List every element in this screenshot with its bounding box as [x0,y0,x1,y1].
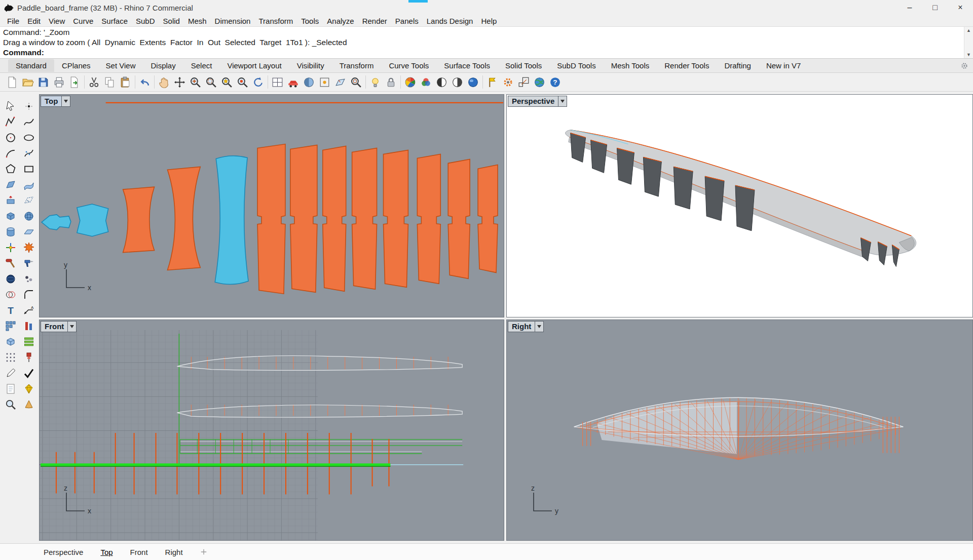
menu-surface[interactable]: Surface [97,17,132,25]
scroll-up-icon[interactable]: ▲ [966,27,971,34]
pen-tool-icon[interactable] [2,366,19,381]
gem-tool-icon[interactable] [20,381,38,396]
toolbar-tab-mesh-tools[interactable]: Mesh Tools [604,59,657,72]
new-file-icon[interactable] [4,74,20,90]
zoom-dynamic-icon[interactable] [188,74,203,90]
viewport-perspective[interactable]: Perspective [506,94,973,317]
gumball-tool-icon[interactable] [2,240,19,255]
ellipse-tool-icon[interactable] [20,130,38,145]
menu-file[interactable]: File [3,17,23,25]
viewport-tab-perspective[interactable]: Perspective [44,548,83,556]
new-viewport-tab-icon[interactable] [200,548,207,555]
viewport-title[interactable]: Front [41,321,68,332]
toolbar-tab-visibility[interactable]: Visibility [289,59,332,72]
perspective-viewport-canvas[interactable] [507,95,972,317]
point-cloud-tool-icon[interactable] [20,271,38,287]
lightbulb-icon[interactable] [367,74,383,90]
menu-subd[interactable]: SubD [132,17,159,25]
viewport-menu-arrow-icon[interactable] [68,321,77,332]
hammer-tool-icon[interactable] [2,256,19,271]
curve-handles-tool-icon[interactable] [20,146,38,161]
toolbar-tab-render-tools[interactable]: Render Tools [657,59,717,72]
viewport-tab-top[interactable]: Top [100,548,113,556]
magnify-tool-icon[interactable] [2,397,19,412]
viewport-tab-right[interactable]: Right [165,548,183,556]
render-icon[interactable] [402,74,418,90]
viewport-right[interactable]: Right zy [506,319,973,541]
paste-icon[interactable] [118,74,133,90]
viewport-menu-arrow-icon[interactable] [558,96,567,107]
options-gear-icon[interactable] [500,74,516,90]
viewport-tab-front[interactable]: Front [130,548,148,556]
toolbar-tab-curve-tools[interactable]: Curve Tools [381,59,436,72]
viewport-layout-icon[interactable] [270,74,285,90]
zoom-target-icon[interactable] [235,74,250,90]
box-tool-icon[interactable] [2,209,19,224]
curve-boolean-tool-icon[interactable] [2,287,19,302]
curve-interpolate-tool-icon[interactable] [20,114,38,130]
sphere-tool-icon[interactable] [20,209,38,224]
menu-view[interactable]: View [45,17,69,25]
toolbar-tab-display[interactable]: Display [143,59,183,72]
viewport-front[interactable]: Front zx [39,319,504,541]
viewport-title[interactable]: Right [508,321,535,332]
cylinder-tool-icon[interactable] [2,224,19,239]
menu-edit[interactable]: Edit [23,17,45,25]
menu-analyze[interactable]: Analyze [323,17,358,25]
menu-dimension[interactable]: Dimension [211,17,255,25]
point-tool-icon[interactable] [20,99,38,114]
circle-tool-icon[interactable] [2,130,19,145]
viewport-menu-arrow-icon[interactable] [535,321,544,332]
viewport-label-perspective[interactable]: Perspective [508,96,567,107]
cut-icon[interactable] [86,74,102,90]
polyline-tool-icon[interactable] [2,114,19,130]
solid-cube-tool-icon[interactable] [2,334,19,349]
object-snap-icon[interactable] [317,74,332,90]
surface-sweep-tool-icon[interactable] [20,177,38,192]
viewport-label-top[interactable]: Top [41,96,70,107]
notifications-flag-icon[interactable] [484,74,500,90]
material-sphere-icon[interactable] [465,74,481,90]
menu-lands-design[interactable]: Lands Design [423,17,477,25]
pushpin-tool-icon[interactable] [20,350,38,365]
open-file-icon[interactable] [20,74,35,90]
fillet-curve-tool-icon[interactable] [20,287,38,302]
right-viewport-canvas[interactable] [507,320,972,540]
print-icon[interactable] [51,74,67,90]
surface-patch-tool-icon[interactable] [20,193,38,208]
front-viewport-canvas[interactable] [40,320,504,540]
command-options-line[interactable]: Drag a window to zoom ( All Dynamic Exte… [3,37,960,48]
maximize-button[interactable]: □ [922,0,948,15]
help-icon[interactable]: ? [547,74,563,90]
display-light-icon[interactable] [450,74,465,90]
command-scrollbar[interactable]: ▲ ▼ [964,27,973,58]
shaded-viewport-icon[interactable] [301,74,317,90]
toolbar-tab-standard[interactable]: Standard [8,59,54,72]
select-arrow-tool-icon[interactable] [2,99,19,114]
arc-tool-icon[interactable] [2,146,19,161]
lock-icon[interactable] [383,74,399,90]
export-page-icon[interactable] [67,74,83,90]
toolbar-tab-new-in-v7[interactable]: New in V7 [759,59,808,72]
menu-panels[interactable]: Panels [391,17,423,25]
close-button[interactable]: × [948,0,973,15]
rendered-viewport-icon[interactable] [285,74,301,90]
surface-extrude-tool-icon[interactable] [2,193,19,208]
move-icon[interactable] [172,74,188,90]
minimize-button[interactable]: – [897,0,922,15]
grid-snap-tool-icon[interactable] [2,350,19,365]
viewport-label-right[interactable]: Right [508,321,544,332]
earth-icon[interactable] [532,74,547,90]
cone-tool-icon[interactable] [20,397,38,412]
toolbar-tab-drafting[interactable]: Drafting [717,59,759,72]
cplane-icon[interactable] [332,74,348,90]
menu-mesh[interactable]: Mesh [184,17,211,25]
layers-tool-icon[interactable] [20,334,38,349]
zoom-window-icon[interactable] [203,74,219,90]
notes-tool-icon[interactable] [2,381,19,396]
viewport-title[interactable]: Top [41,96,62,107]
drill-tool-icon[interactable] [20,256,38,271]
pins-tool-icon[interactable] [20,318,38,334]
toolbar-tab-select[interactable]: Select [183,59,220,72]
menu-help[interactable]: Help [477,17,501,25]
